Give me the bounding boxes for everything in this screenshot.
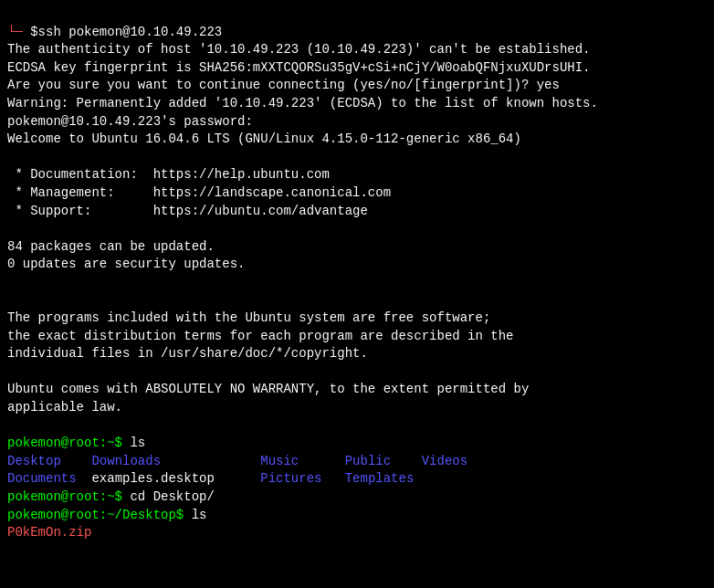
terminal-line-21: applicable law. xyxy=(7,399,707,417)
terminal-line-4: Warning: Permanently added '10.10.49.223… xyxy=(7,95,707,113)
terminal-line-14 xyxy=(7,274,707,292)
terminal-line-24: Desktop Downloads Music Public Videos xyxy=(7,453,707,471)
terminal-line-9: * Management: https://landscape.canonica… xyxy=(7,184,707,203)
terminal-line-15 xyxy=(7,292,707,310)
terminal-line-17: the exact distribution terms for each pr… xyxy=(7,328,707,346)
terminal-line-6: Welcome to Ubuntu 16.04.6 LTS (GNU/Linux… xyxy=(7,131,707,149)
terminal-line-22 xyxy=(7,417,707,436)
terminal-line-20: Ubuntu comes with ABSOLUTELY NO WARRANTY… xyxy=(7,381,707,399)
terminal-line-19 xyxy=(7,363,707,382)
terminal-line-0: └─ $ssh pokemon@10.10.49.223 xyxy=(7,24,707,42)
terminal-line-25: Documents examples.desktop Pictures Temp… xyxy=(7,470,707,488)
terminal-line-12: 84 packages can be updated. xyxy=(7,238,707,257)
terminal-line-26: pokemon@root:~$ cd Desktop/ xyxy=(7,488,707,507)
terminal-line-13: 0 updates are security updates. xyxy=(7,256,707,274)
terminal-line-5: pokemon@10.10.49.223's password: xyxy=(7,113,707,131)
terminal-line-8: * Documentation: https://help.ubuntu.com xyxy=(7,166,707,184)
terminal-line-10: * Support: https://ubuntu.com/advantage xyxy=(7,203,707,221)
terminal-line-2: ECDSA key fingerprint is SHA256:mXXTCQOR… xyxy=(7,59,707,78)
terminal-line-7 xyxy=(7,149,707,167)
terminal-line-18: individual files in /usr/share/doc/*/cop… xyxy=(7,345,707,363)
terminal-line-11 xyxy=(7,220,707,238)
terminal-line-3: Are you sure you want to continue connec… xyxy=(7,77,707,95)
terminal-line-1: The authenticity of host '10.10.49.223 (… xyxy=(7,41,707,59)
terminal-line-27: pokemon@root:~/Desktop$ ls xyxy=(7,507,707,525)
terminal-line-16: The programs included with the Ubuntu sy… xyxy=(7,310,707,328)
terminal-line-23: pokemon@root:~$ ls xyxy=(7,435,707,453)
terminal[interactable]: └─ $ssh pokemon@10.10.49.223The authenti… xyxy=(0,0,714,588)
terminal-line-28: P0kEmOn.zip xyxy=(7,524,707,542)
